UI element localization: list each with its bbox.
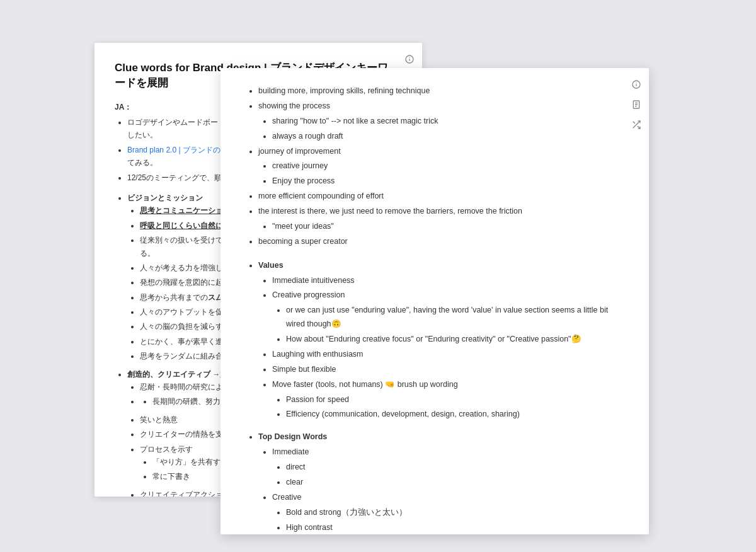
list-item: creative journey bbox=[272, 159, 611, 173]
list-item: or we can just use "enduring value", hav… bbox=[286, 304, 611, 331]
list-item: more efficient compounding of effort bbox=[258, 190, 611, 204]
list-item: Top Design Words Immediate direct clear … bbox=[258, 430, 611, 534]
list-item: building more, improving skills, refinin… bbox=[258, 84, 611, 98]
shuffle-icon-front[interactable] bbox=[630, 118, 643, 131]
list-item: sharing "how to" --> not like a secret m… bbox=[272, 115, 611, 129]
list-item: Simple but flexible bbox=[272, 363, 611, 377]
top-design-heading: Top Design Words bbox=[258, 432, 327, 441]
list-item: Immediate direct clear bbox=[272, 446, 611, 490]
list-item: High contrast bbox=[286, 521, 611, 535]
list-item: Creative progression or we can just use … bbox=[272, 289, 611, 347]
values-section: Values Immediate intuitiveness Creative … bbox=[246, 259, 611, 422]
list-item: clear bbox=[286, 476, 611, 490]
list-item: "meet your ideas" bbox=[272, 220, 611, 234]
list-item: the interest is there, we just need to r… bbox=[258, 205, 611, 234]
list-item: Move faster (tools, not humans) 🤜 brush … bbox=[272, 378, 611, 422]
list-item: Laughing with enthusiasm bbox=[272, 348, 611, 362]
list-item: direct bbox=[286, 461, 611, 474]
list-item: Creative Bold and strong（力強いと太い） High co… bbox=[272, 491, 611, 534]
list-item: Values Immediate intuitiveness Creative … bbox=[258, 259, 611, 422]
front-document: building more, improving skills, refinin… bbox=[220, 68, 649, 534]
front-top-list: building more, improving skills, refinin… bbox=[246, 84, 611, 249]
list-item: always a rough draft bbox=[272, 130, 611, 144]
doc-icon-front[interactable] bbox=[630, 98, 643, 111]
list-item: Efficiency (communication, development, … bbox=[286, 408, 611, 422]
document-container: Clue words for Brand design | ブランドデザインキー… bbox=[94, 30, 662, 522]
list-item: Immediate intuitiveness bbox=[272, 274, 611, 288]
top-design-section: Top Design Words Immediate direct clear … bbox=[246, 430, 611, 534]
list-item: showing the process sharing "how to" -->… bbox=[258, 100, 611, 144]
info-icon-front[interactable] bbox=[630, 78, 643, 91]
list-item: Enjoy the process bbox=[272, 175, 611, 188]
list-item: Bold and strong（力強いと太い） bbox=[286, 506, 611, 520]
front-doc-icons bbox=[630, 78, 643, 131]
list-item: How about "Enduring creative focus" or "… bbox=[286, 333, 611, 347]
svg-point-9 bbox=[636, 83, 637, 83]
values-heading: Values bbox=[258, 261, 284, 270]
list-item: becoming a super creator bbox=[258, 235, 611, 249]
list-item: Passion for speed bbox=[286, 393, 611, 407]
front-doc-content: building more, improving skills, refinin… bbox=[220, 68, 649, 534]
info-icon-back[interactable] bbox=[403, 53, 416, 66]
svg-point-2 bbox=[410, 57, 410, 58]
list-item: journey of improvement creative journey … bbox=[258, 145, 611, 189]
